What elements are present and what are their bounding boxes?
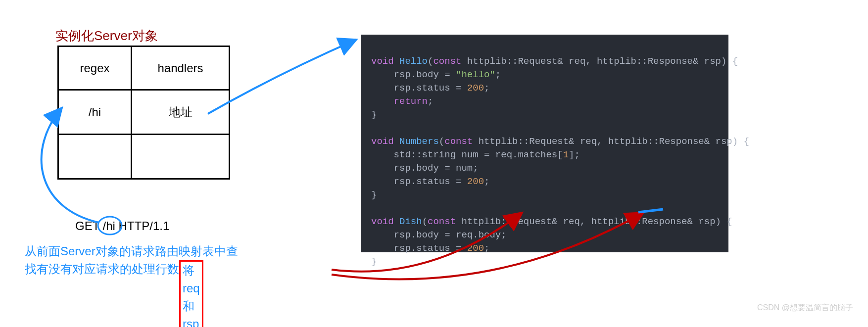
code-text: rsp.status =: [371, 83, 467, 93]
code-text: ];: [569, 149, 580, 160]
code-keyword: void: [371, 136, 394, 147]
table-row: /hi 地址: [58, 90, 230, 135]
watermark: CSDN @想要温简言的脑子: [757, 303, 853, 313]
http-path: /hi: [103, 219, 115, 233]
code-keyword: const: [433, 56, 461, 67]
code-text: }: [371, 256, 377, 267]
code-text: ;: [484, 243, 489, 254]
code-number: 200: [467, 83, 484, 93]
code-number: 200: [467, 243, 484, 254]
code-text: rsp.body = num;: [371, 163, 479, 174]
routing-table: regex handlers /hi 地址: [57, 46, 230, 180]
code-text: (: [422, 216, 428, 227]
http-version: HTTP/1.1: [115, 219, 169, 233]
code-text: ;: [495, 69, 501, 80]
code-text: httplib::Request& req, httplib::Response…: [473, 136, 749, 147]
code-number: 200: [467, 176, 484, 187]
code-text: rsp.status =: [371, 176, 467, 187]
code-function: Hello: [399, 56, 428, 67]
diagram-title: 实例化Server对象: [55, 27, 158, 45]
explanation-line2-part1: 找有没有对应请求的处理行数: [25, 262, 179, 276]
cell-empty-1: [58, 135, 132, 179]
code-text: httplib::Request& req, httplib::Response…: [461, 56, 738, 67]
code-keyword: void: [371, 56, 394, 67]
cell-empty-2: [132, 135, 230, 179]
explanation-boxed: 将req和rsp对象传入其中: [179, 260, 203, 327]
cell-handlers-header: handlers: [132, 47, 230, 90]
code-text: }: [371, 189, 377, 200]
table-row: [58, 135, 230, 179]
code-block: void Hello(const httplib::Request& req, …: [361, 35, 728, 252]
code-text: httplib::Request& req, httplib::Response…: [456, 216, 732, 227]
code-number: 1: [563, 149, 569, 160]
explanation-line2: 找有没有对应请求的处理行数 将req和rsp对象传入其中: [25, 260, 179, 278]
cell-regex-header: regex: [58, 47, 132, 90]
http-request-line: GET /hi HTTP/1.1: [75, 219, 169, 233]
code-text: ;: [484, 176, 489, 187]
code-text: rsp.body = req.body;: [371, 230, 507, 240]
code-keyword: const: [428, 216, 456, 227]
code-text: (: [428, 56, 433, 67]
code-text: ;: [428, 96, 433, 107]
explanation-line1: 从前面Server对象的请求路由映射表中查: [25, 242, 238, 260]
code-text: (: [439, 136, 444, 147]
code-keyword: void: [371, 216, 394, 227]
code-text: rsp.status =: [371, 243, 467, 254]
code-text: std::string num = req.matches[: [371, 149, 563, 160]
cell-address: 地址: [132, 90, 230, 135]
code-function: Numbers: [399, 136, 439, 147]
code-text: }: [371, 109, 377, 120]
code-string: "hello": [456, 69, 495, 80]
cell-hi-path: /hi: [58, 90, 132, 135]
code-function: Dish: [399, 216, 422, 227]
table-row: regex handlers: [58, 47, 230, 90]
code-keyword: return: [371, 96, 428, 107]
code-text: ;: [484, 83, 489, 93]
http-method: GET: [75, 219, 103, 233]
code-text: rsp.body =: [371, 69, 456, 80]
code-keyword: const: [444, 136, 473, 147]
